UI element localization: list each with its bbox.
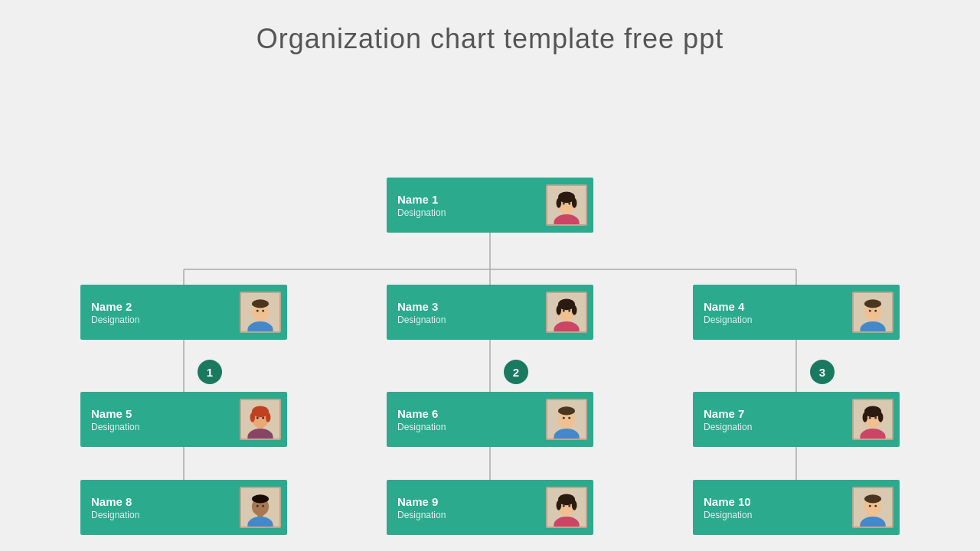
svg-point-64 <box>863 412 867 422</box>
svg-point-33 <box>572 305 577 315</box>
svg-point-34 <box>563 310 565 312</box>
org-card-n8: Name 8 Designation <box>80 480 287 535</box>
card-name-n4: Name 4 <box>704 300 846 313</box>
svg-point-80 <box>557 500 561 510</box>
svg-point-82 <box>563 505 565 507</box>
card-text-n4: Name 4 Designation <box>704 300 846 325</box>
card-designation-n6: Designation <box>397 422 540 432</box>
card-name-n9: Name 9 <box>397 495 540 508</box>
svg-point-40 <box>864 299 881 308</box>
card-designation-n4: Designation <box>704 315 846 325</box>
svg-point-81 <box>572 500 577 510</box>
card-text-n2: Name 2 Designation <box>91 300 234 325</box>
org-card-n2: Name 2 Designation <box>80 285 287 340</box>
org-card-n10: Name 10 Designation <box>693 480 900 535</box>
org-card-n6: Name 6 Designation <box>387 392 593 447</box>
svg-point-25 <box>256 310 259 312</box>
card-designation-n1: Designation <box>397 207 540 218</box>
svg-point-66 <box>869 417 871 419</box>
svg-point-26 <box>262 310 264 312</box>
card-text-n6: Name 6 Designation <box>397 407 540 432</box>
svg-point-49 <box>266 412 270 422</box>
card-name-n6: Name 6 <box>397 407 540 420</box>
card-name-n10: Name 10 <box>704 495 846 508</box>
svg-point-73 <box>256 505 259 507</box>
svg-point-72 <box>252 494 269 503</box>
org-card-n3: Name 3 Designation <box>387 285 593 340</box>
card-avatar-n1 <box>546 184 587 226</box>
svg-point-83 <box>568 505 570 507</box>
badge-b2: 2 <box>504 360 528 384</box>
card-avatar-n5 <box>240 399 281 440</box>
card-name-n2: Name 2 <box>91 300 234 313</box>
org-card-n9: Name 9 Designation <box>387 480 593 535</box>
card-text-n5: Name 5 Designation <box>91 407 234 432</box>
badge-b3: 3 <box>810 360 835 384</box>
card-text-n9: Name 9 Designation <box>397 495 540 520</box>
card-text-n3: Name 3 Designation <box>397 300 540 325</box>
card-avatar-n10 <box>852 487 893 528</box>
svg-point-65 <box>878 412 883 422</box>
svg-point-41 <box>869 310 871 312</box>
svg-point-48 <box>250 412 255 422</box>
card-designation-n7: Designation <box>704 422 846 432</box>
card-name-n8: Name 8 <box>91 495 234 508</box>
card-designation-n5: Designation <box>91 422 234 432</box>
card-text-n8: Name 8 Designation <box>91 495 234 520</box>
card-name-n3: Name 3 <box>397 300 540 313</box>
org-card-n4: Name 4 Designation <box>693 285 900 340</box>
svg-point-74 <box>262 505 264 507</box>
card-name-n1: Name 1 <box>397 193 540 206</box>
svg-point-24 <box>252 299 269 308</box>
svg-point-17 <box>572 198 577 208</box>
card-name-n5: Name 5 <box>91 407 234 420</box>
org-card-n1: Name 1 Designation <box>387 178 593 233</box>
badge-b1: 1 <box>198 360 222 384</box>
card-avatar-n3 <box>546 292 587 333</box>
svg-point-90 <box>874 505 877 507</box>
card-designation-n3: Designation <box>397 315 540 325</box>
card-designation-n2: Designation <box>91 315 234 325</box>
card-avatar-n7 <box>852 399 893 440</box>
svg-point-19 <box>568 203 570 205</box>
card-avatar-n2 <box>240 292 281 333</box>
card-designation-n10: Designation <box>704 510 846 520</box>
svg-point-88 <box>864 494 881 503</box>
svg-point-58 <box>568 417 570 419</box>
svg-point-89 <box>869 505 871 507</box>
card-name-n7: Name 7 <box>704 407 846 420</box>
svg-point-16 <box>557 198 561 208</box>
page-title: Organization chart template free ppt <box>256 23 724 55</box>
svg-point-51 <box>262 417 264 419</box>
card-text-n10: Name 10 Designation <box>704 495 846 520</box>
svg-point-18 <box>563 203 565 205</box>
card-avatar-n6 <box>546 399 587 440</box>
card-avatar-n4 <box>852 292 893 333</box>
card-text-n1: Name 1 Designation <box>397 193 540 218</box>
card-designation-n9: Designation <box>397 510 540 520</box>
svg-point-32 <box>557 305 561 315</box>
svg-point-35 <box>568 310 570 312</box>
svg-point-42 <box>874 310 877 312</box>
chart-container: Name 1 Designation Name 2 Designation <box>31 70 949 551</box>
card-avatar-n9 <box>546 487 587 528</box>
svg-point-67 <box>874 417 877 419</box>
card-text-n7: Name 7 Designation <box>704 407 846 432</box>
svg-point-57 <box>563 417 565 419</box>
svg-point-56 <box>558 406 575 415</box>
org-card-n5: Name 5 Designation <box>80 392 287 447</box>
card-avatar-n8 <box>240 487 281 528</box>
org-card-n7: Name 7 Designation <box>693 392 900 447</box>
card-designation-n8: Designation <box>91 510 234 520</box>
svg-point-50 <box>256 417 259 419</box>
